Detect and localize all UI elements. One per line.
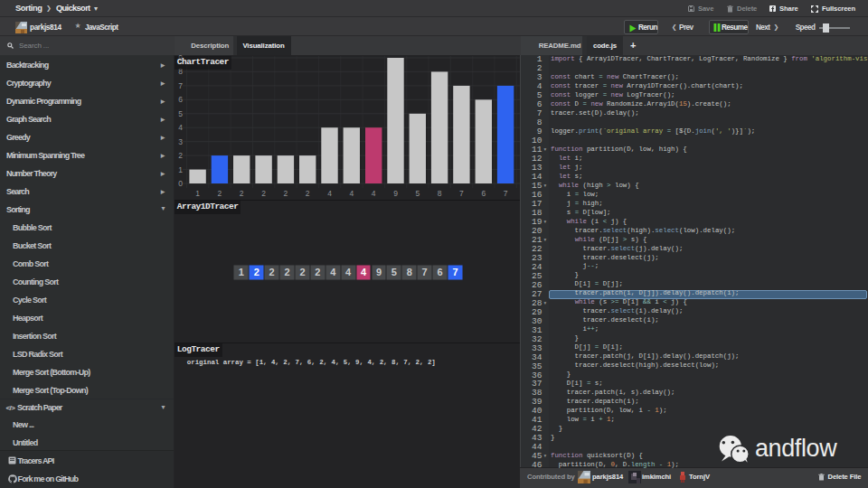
- svg-text:4: 4: [372, 189, 376, 198]
- svg-text:0: 0: [178, 179, 183, 188]
- svg-text:5: 5: [178, 109, 183, 118]
- svg-text:1: 1: [195, 189, 200, 198]
- svg-text:8: 8: [438, 189, 442, 198]
- svg-text:1: 1: [178, 165, 183, 174]
- svg-text:2: 2: [261, 189, 266, 198]
- svg-text:3: 3: [178, 137, 183, 146]
- svg-text:2: 2: [284, 189, 288, 198]
- svg-text:4: 4: [349, 189, 354, 198]
- svg-text:4: 4: [327, 189, 332, 198]
- svg-text:4: 4: [178, 123, 183, 132]
- svg-text:2: 2: [178, 151, 183, 160]
- svg-text:2: 2: [240, 189, 244, 198]
- svg-text:7: 7: [178, 81, 183, 90]
- svg-text:7: 7: [504, 189, 508, 198]
- svg-text:6: 6: [178, 95, 183, 104]
- svg-text:2: 2: [306, 189, 310, 198]
- svg-text:2: 2: [218, 189, 222, 198]
- svg-text:5: 5: [415, 189, 420, 198]
- svg-text:7: 7: [459, 189, 464, 198]
- svg-text:9: 9: [393, 189, 398, 198]
- svg-text:6: 6: [481, 189, 486, 198]
